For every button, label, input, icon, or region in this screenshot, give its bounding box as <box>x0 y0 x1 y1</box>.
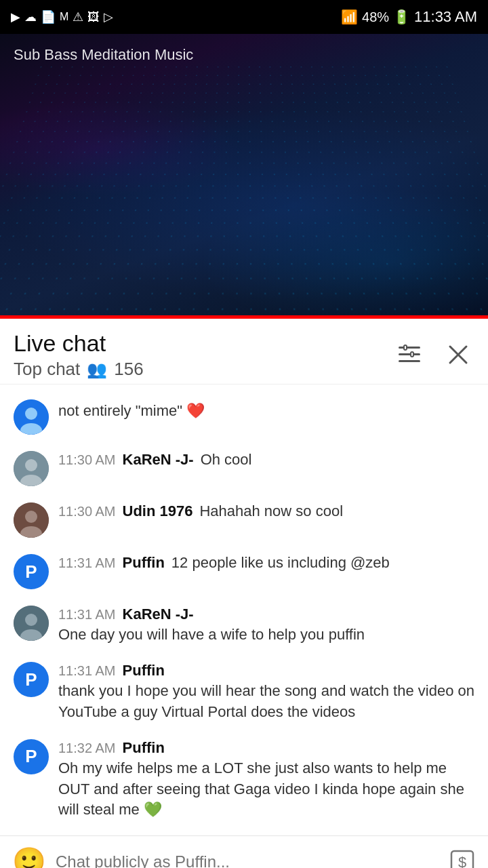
chat-title: Live chat <box>14 331 144 356</box>
avatar <box>14 399 49 435</box>
message-time: 11:30 AM <box>58 504 116 519</box>
cloud-icon: ☁ <box>24 9 37 24</box>
svg-rect-3 <box>404 345 407 350</box>
chat-input[interactable] <box>56 852 439 868</box>
message-author: KaReN -J- <box>123 606 194 623</box>
message-author: Udin 1976 <box>123 502 193 520</box>
chat-messages: not entirely "mime" ❤️ 11:30 AM KaReN -J… <box>0 384 488 835</box>
message-meta: 11:31 AM KaReN -J- <box>58 606 474 623</box>
image-icon: 🖼 <box>87 10 100 24</box>
chat-message: P 11:31 AM Puffin 12 people like us incl… <box>0 546 488 597</box>
svg-text:$: $ <box>458 854 466 868</box>
message-text-inline: Oh cool <box>201 451 252 469</box>
status-icons-right: 📶 48% 🔋 11:33 AM <box>341 8 477 26</box>
svg-rect-1 <box>399 353 420 355</box>
svg-point-11 <box>25 459 37 471</box>
youtube-icon: ▶ <box>11 9 20 24</box>
message-text: thank you I hope you will hear the song … <box>58 681 474 723</box>
viewers-icon: 👥 <box>87 360 107 379</box>
message-content: 11:30 AM Udin 1976 Hahahah now so cool <box>58 502 474 520</box>
chat-panel: Live chat Top chat 👥 156 <box>0 319 488 868</box>
avatar <box>14 502 49 538</box>
svg-rect-2 <box>399 360 420 362</box>
send-icon: $ <box>449 848 476 868</box>
avatar: P <box>14 554 49 589</box>
message-time: 11:31 AM <box>58 555 116 571</box>
message-author: Puffin <box>123 662 165 679</box>
chat-message: 11:30 AM KaReN -J- Oh cool <box>0 443 488 494</box>
message-text-inline: 12 people like us including @zeb <box>171 554 390 572</box>
message-text: Oh my wife helps me a LOT she just also … <box>58 758 474 821</box>
message-text: not entirely "mime" ❤️ <box>58 401 474 422</box>
status-icons-left: ▶ ☁ 📄 M ⚠ 🖼 ▷ <box>11 9 113 24</box>
message-content: not entirely "mime" ❤️ <box>58 399 474 422</box>
svg-rect-0 <box>399 347 420 349</box>
send-button[interactable]: $ <box>449 848 476 868</box>
time: 11:33 AM <box>414 8 477 26</box>
filter-icon <box>396 341 423 368</box>
message-meta: 11:30 AM KaReN -J- Oh cool <box>58 451 474 469</box>
message-text: One day you will have a wife to help you… <box>58 625 474 646</box>
chat-header: Live chat Top chat 👥 156 <box>0 319 488 384</box>
message-author: Puffin <box>123 739 165 757</box>
avatar <box>14 606 49 641</box>
message-content: 11:32 AM Puffin Oh my wife helps me a LO… <box>58 739 474 821</box>
message-text-inline: Hahahah now so cool <box>199 502 343 520</box>
close-button[interactable] <box>442 338 474 373</box>
chat-message: P 11:31 AM Puffin thank you I hope you w… <box>0 654 488 731</box>
video-progress-bar <box>0 315 488 319</box>
battery-icon: 🔋 <box>393 9 410 25</box>
video-title: Sub Bass Meditation Music <box>14 46 193 64</box>
video-area[interactable]: Sub Bass Meditation Music <box>0 34 488 319</box>
chat-message: P 11:32 AM Puffin Oh my wife helps me a … <box>0 731 488 829</box>
wifi-icon: 📶 <box>341 9 358 25</box>
message-meta: 11:31 AM Puffin 12 people like us includ… <box>58 554 474 572</box>
message-time: 11:30 AM <box>58 452 116 468</box>
chat-header-sub: Top chat 👥 156 <box>14 359 144 380</box>
chat-message: 11:31 AM KaReN -J- One day you will have… <box>0 597 488 654</box>
chat-message: not entirely "mime" ❤️ <box>0 391 488 443</box>
message-content: 11:30 AM KaReN -J- Oh cool <box>58 451 474 469</box>
video-dots <box>0 63 488 319</box>
message-content: 11:31 AM Puffin 12 people like us includ… <box>58 554 474 572</box>
svg-point-14 <box>25 511 37 523</box>
message-meta: 11:30 AM Udin 1976 Hahahah now so cool <box>58 502 474 520</box>
message-time: 11:32 AM <box>58 741 116 756</box>
chat-header-left: Live chat Top chat 👥 156 <box>14 331 144 380</box>
message-meta: 11:31 AM Puffin <box>58 662 474 679</box>
chat-header-right <box>393 338 474 373</box>
battery-level: 48% <box>362 9 389 25</box>
alert-icon: ⚠ <box>73 9 83 24</box>
avatar: P <box>14 662 49 697</box>
chat-message: 11:30 AM Udin 1976 Hahahah now so cool <box>0 494 488 546</box>
status-bar: ▶ ☁ 📄 M ⚠ 🖼 ▷ 📶 48% 🔋 11:33 AM <box>0 0 488 34</box>
play-icon: ▷ <box>104 9 113 24</box>
message-content: 11:31 AM KaReN -J- One day you will have… <box>58 606 474 646</box>
message-meta: 11:32 AM Puffin <box>58 739 474 757</box>
avatar <box>14 451 49 486</box>
file-icon: 📄 <box>41 9 56 24</box>
avatar: P <box>14 739 49 774</box>
message-author: KaReN -J- <box>123 451 194 469</box>
svg-point-17 <box>25 614 37 626</box>
message-time: 11:31 AM <box>58 607 116 623</box>
chat-input-bar: 🙂 $ <box>0 835 488 868</box>
viewer-count: 156 <box>114 359 143 380</box>
message-author: Puffin <box>123 554 165 572</box>
filter-button[interactable] <box>393 338 426 373</box>
message-content: 11:31 AM Puffin thank you I hope you wil… <box>58 662 474 723</box>
close-icon <box>445 341 472 368</box>
chat-sub-label[interactable]: Top chat <box>14 359 80 380</box>
mastodon-icon: M <box>60 11 68 23</box>
emoji-button[interactable]: 🙂 <box>12 846 46 868</box>
svg-point-8 <box>25 408 37 420</box>
message-time: 11:31 AM <box>58 663 116 679</box>
svg-rect-4 <box>411 352 413 357</box>
